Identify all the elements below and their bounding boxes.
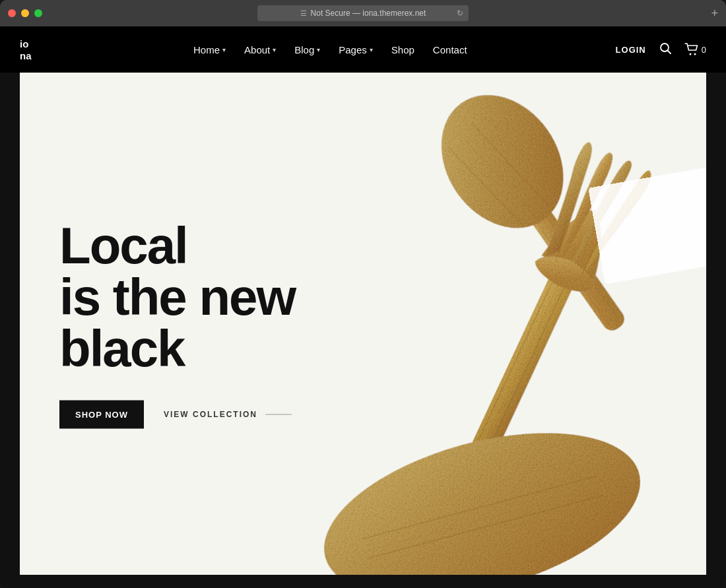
nav-pages[interactable]: Pages ▾ <box>339 44 373 55</box>
refresh-icon[interactable]: ↻ <box>457 9 463 18</box>
url-text: Not Secure — iona.themerex.net <box>311 9 426 18</box>
browser-window: ☰ Not Secure — iona.themerex.net ↻ + io … <box>0 0 726 588</box>
svg-text:na: na <box>20 50 32 61</box>
url-bar[interactable]: ☰ Not Secure — iona.themerex.net ↻ <box>257 5 469 21</box>
nav-shop[interactable]: Shop <box>391 44 414 55</box>
nav-links: Home ▾ About ▾ Blog ▾ Pages ▾ Shop <box>193 44 467 55</box>
login-button[interactable]: LOGIN <box>616 45 646 55</box>
svg-point-5 <box>694 53 696 55</box>
title-bar: ☰ Not Secure — iona.themerex.net ↻ + <box>0 0 726 26</box>
hero-buttons: SHOP NOW VIEW COLLECTION <box>59 400 295 428</box>
minimize-button[interactable] <box>21 9 29 17</box>
cart-icon[interactable]: 0 <box>684 43 706 56</box>
new-tab-button[interactable]: + <box>711 7 718 20</box>
nav-contact[interactable]: Contact <box>433 44 467 55</box>
hero-content: Local is the new black SHOP NOW VIEW COL… <box>59 219 295 428</box>
blog-chevron: ▾ <box>317 46 320 53</box>
view-collection-button[interactable]: VIEW COLLECTION <box>164 401 292 428</box>
about-chevron: ▾ <box>273 46 276 53</box>
lock-icon: ☰ <box>300 9 307 18</box>
logo[interactable]: io na <box>20 37 45 62</box>
hero-image <box>244 73 706 575</box>
svg-point-4 <box>689 53 691 55</box>
hero-section: Local is the new black SHOP NOW VIEW COL… <box>20 73 706 575</box>
navigation: io na Home ▾ About ▾ Blog ▾ <box>0 26 726 73</box>
nav-home[interactable]: Home ▾ <box>193 44 226 55</box>
nav-about[interactable]: About ▾ <box>244 44 276 55</box>
nav-blog[interactable]: Blog ▾ <box>294 44 320 55</box>
website-content: io na Home ▾ About ▾ Blog ▾ <box>0 26 726 588</box>
pages-chevron: ▾ <box>370 46 373 53</box>
svg-text:io: io <box>20 38 28 49</box>
svg-line-3 <box>668 51 671 53</box>
shop-now-button[interactable]: SHOP NOW <box>59 400 144 428</box>
maximize-button[interactable] <box>34 9 42 17</box>
svg-rect-23 <box>588 163 706 284</box>
home-chevron: ▾ <box>222 46 226 53</box>
traffic-lights <box>8 9 42 17</box>
hero-title: Local is the new black <box>59 219 295 374</box>
search-icon[interactable] <box>659 42 671 57</box>
logo-svg: io na <box>20 37 45 62</box>
nav-right: LOGIN 0 <box>616 42 706 57</box>
cart-count: 0 <box>702 45 706 55</box>
svg-point-2 <box>661 44 669 51</box>
close-button[interactable] <box>8 9 16 17</box>
